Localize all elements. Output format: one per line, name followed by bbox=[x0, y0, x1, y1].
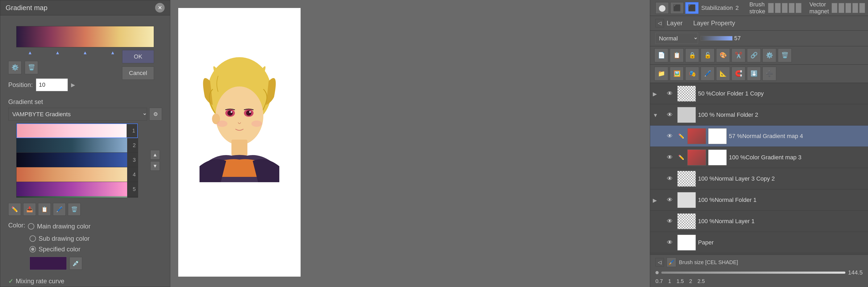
layer-item-folder-1-copy[interactable]: ▶ 👁 50 %Color Folder 1 Copy bbox=[650, 83, 868, 104]
tool-icon-3[interactable]: ⬛ bbox=[685, 2, 699, 14]
gradient-list-item-3[interactable]: 3 bbox=[17, 153, 138, 167]
visibility-5[interactable]: 👁 bbox=[664, 173, 675, 184]
opacity-slider-bar[interactable] bbox=[701, 36, 733, 41]
layer-btn-10[interactable]: 📁 bbox=[654, 67, 668, 81]
visibility-7[interactable]: 👁 bbox=[664, 216, 675, 227]
layer-btn-4[interactable]: 🔓 bbox=[701, 49, 714, 62]
layer-btn-9[interactable]: 🗑️ bbox=[778, 49, 792, 62]
stroke-box-5[interactable] bbox=[796, 3, 802, 13]
vector-box-3[interactable] bbox=[845, 3, 851, 13]
zoom-07[interactable]: 0.7 bbox=[655, 278, 663, 284]
blend-mode-select[interactable]: Normal bbox=[655, 33, 698, 44]
list-up-arrow[interactable]: ▲ bbox=[150, 150, 160, 160]
visibility-4[interactable]: 👁 bbox=[664, 152, 675, 163]
gradient-list-item-2[interactable]: 2 bbox=[17, 138, 138, 153]
layer-item-folder-2[interactable]: ▼ 👁 100 % Normal Folder 2 bbox=[650, 104, 868, 126]
specified-color-row: Specified color bbox=[30, 244, 162, 255]
stop-arrow-2[interactable]: ▲ bbox=[55, 50, 60, 56]
list-delete-btn[interactable]: 🗑️ bbox=[68, 203, 81, 216]
brush-icon[interactable]: 🖌️ bbox=[666, 257, 676, 267]
expand-arrow-2[interactable]: ▼ bbox=[653, 111, 662, 119]
list-add-btn[interactable]: ✏️ bbox=[8, 203, 21, 216]
cancel-button[interactable]: Cancel bbox=[122, 66, 154, 80]
layer-item-paper[interactable]: 👁 Paper bbox=[650, 232, 868, 253]
ok-button[interactable]: OK bbox=[122, 50, 154, 63]
list-copy-btn[interactable]: 📋 bbox=[38, 203, 51, 216]
vector-box-5[interactable] bbox=[859, 3, 865, 13]
expand-arrow-1[interactable]: ▶ bbox=[653, 90, 662, 97]
layer-btn-8[interactable]: ⚙️ bbox=[763, 49, 776, 62]
edit-icon-3[interactable]: ✏️ bbox=[677, 132, 685, 140]
layer-btn-15[interactable]: 🧲 bbox=[732, 67, 745, 81]
layer-btn-3[interactable]: 🔒 bbox=[685, 49, 699, 62]
position-input[interactable] bbox=[36, 78, 68, 91]
layer-item-layer1[interactable]: 👁 100 %Normal Layer 1 bbox=[650, 211, 868, 232]
stop-arrow-3[interactable]: ▲ bbox=[83, 50, 88, 56]
zoom-15[interactable]: 1.5 bbox=[677, 278, 684, 284]
layer-btn-13[interactable]: 🖊️ bbox=[701, 67, 714, 81]
zoom-1[interactable]: 1 bbox=[668, 278, 671, 284]
edit-icon-4[interactable]: ✏️ bbox=[677, 154, 685, 161]
layer-item-folder-1[interactable]: ▶ 👁 100 %Normal Folder 1 bbox=[650, 189, 868, 211]
visibility-2[interactable]: 👁 bbox=[664, 109, 675, 120]
zoom-2[interactable]: 2 bbox=[689, 278, 692, 284]
tool-icon-2[interactable]: ⬛ bbox=[670, 2, 684, 14]
mix-curve-header: ✓ Mixing rate curve bbox=[8, 278, 162, 285]
list-import-btn[interactable]: 📥 bbox=[23, 203, 36, 216]
layer-btn-16[interactable]: ⬇️ bbox=[747, 67, 761, 81]
layer-btn-6[interactable]: ✂️ bbox=[732, 49, 745, 62]
gradient-set-select[interactable]: VAMPBYTE Gradients bbox=[8, 108, 147, 121]
layer-btn-1[interactable]: 📄 bbox=[654, 49, 668, 62]
main-drawing-radio[interactable] bbox=[28, 223, 34, 229]
brush-size-slider[interactable] bbox=[661, 272, 845, 274]
layer-info-1: 50 %Color Folder 1 Copy bbox=[698, 90, 865, 97]
list-down-arrow[interactable]: ▼ bbox=[150, 161, 160, 171]
visibility-8[interactable]: 👁 bbox=[664, 237, 675, 248]
zoom-25[interactable]: 2.5 bbox=[698, 278, 705, 284]
layer-btn-14[interactable]: 📐 bbox=[716, 67, 730, 81]
visibility-1[interactable]: 👁 bbox=[664, 88, 675, 99]
vector-box-2[interactable] bbox=[838, 3, 844, 13]
layer-btn-17[interactable]: ➕ bbox=[763, 67, 776, 81]
gradient-tool-icon[interactable]: ⚙️ bbox=[8, 61, 22, 74]
list-edit-btn[interactable]: 🖊️ bbox=[53, 203, 66, 216]
close-button[interactable]: ✕ bbox=[155, 3, 165, 12]
main-drawing-color-option[interactable]: Main drawing color bbox=[28, 221, 90, 232]
layer-btn-7[interactable]: 🔗 bbox=[747, 49, 761, 62]
layer-tab[interactable]: Layer bbox=[666, 20, 683, 27]
specified-color-radio[interactable] bbox=[30, 246, 36, 252]
vector-box-1[interactable] bbox=[832, 3, 837, 13]
layer-property-tab[interactable]: Layer Property bbox=[693, 20, 735, 27]
layer-btn-2[interactable]: 📋 bbox=[670, 49, 684, 62]
gradient-settings-btn[interactable]: ⚙ bbox=[149, 108, 162, 121]
vector-box-4[interactable] bbox=[852, 3, 858, 13]
tool-icon-1[interactable]: ⬤ bbox=[655, 2, 669, 14]
sub-drawing-radio[interactable] bbox=[30, 235, 36, 242]
svg-point-14 bbox=[230, 111, 232, 113]
expand-arrow-6[interactable]: ▶ bbox=[653, 196, 662, 204]
gradient-list-item-5[interactable]: 5 bbox=[17, 182, 138, 197]
position-arrow[interactable]: ▶ bbox=[71, 82, 75, 88]
stop-arrow-1[interactable]: ▲ bbox=[28, 50, 32, 56]
expand-left-btn[interactable]: ◁ bbox=[655, 258, 664, 266]
gradient-list-item-4[interactable]: 4 bbox=[17, 167, 138, 182]
visibility-3[interactable]: 👁 bbox=[664, 131, 675, 141]
gradient-list-item-6[interactable]: 6 bbox=[17, 197, 138, 198]
stroke-box-4[interactable] bbox=[789, 3, 795, 13]
stroke-box-3[interactable] bbox=[782, 3, 788, 13]
layer-item-gradient-4[interactable]: 👁 ✏️ 57 %Normal Gradient map 4 bbox=[650, 126, 868, 147]
layer-item-layer3-copy2[interactable]: 👁 100 %Normal Layer 3 Copy 2 bbox=[650, 168, 868, 189]
expand-icon[interactable]: ◁ bbox=[655, 19, 664, 27]
layer-btn-12[interactable]: 🎭 bbox=[685, 67, 699, 81]
stop-arrow-4[interactable]: ▲ bbox=[111, 50, 115, 56]
layer-btn-5[interactable]: 🎨 bbox=[716, 49, 730, 62]
color-swatch[interactable] bbox=[30, 257, 67, 270]
stroke-box-2[interactable] bbox=[775, 3, 781, 13]
eyedropper-button[interactable]: 💉 bbox=[69, 257, 82, 270]
layer-item-gradient-3[interactable]: 👁 ✏️ 100 %Color Gradient map 3 bbox=[650, 147, 868, 168]
layer-btn-11[interactable]: 🖼️ bbox=[670, 67, 684, 81]
stroke-box-1[interactable] bbox=[768, 3, 774, 13]
delete-tool-icon[interactable]: 🗑️ bbox=[25, 61, 38, 74]
gradient-list-item-1[interactable]: 1 bbox=[17, 123, 138, 138]
visibility-6[interactable]: 👁 bbox=[664, 195, 675, 205]
